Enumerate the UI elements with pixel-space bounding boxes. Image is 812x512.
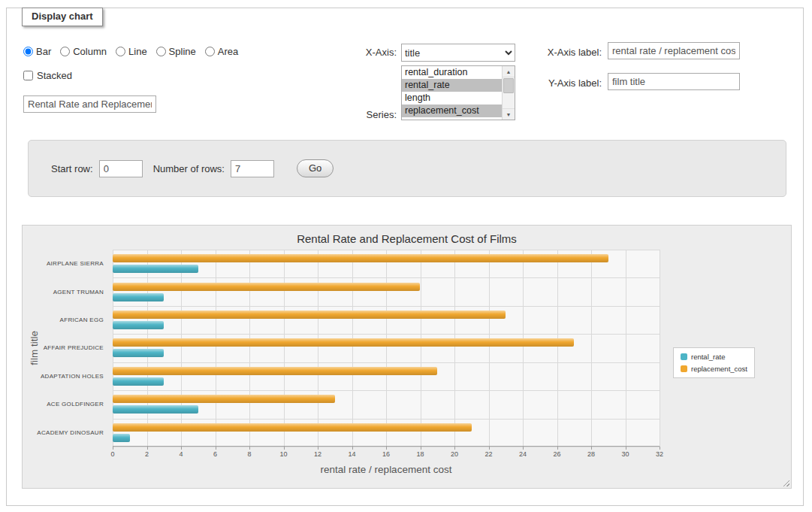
x-tick-label: 28 [587, 450, 595, 458]
x-tick-mark [591, 447, 592, 450]
x-tick-label: 12 [314, 450, 321, 458]
x-axis-ticks: 02468101214161820222426283032 [113, 447, 660, 459]
bar-group [113, 306, 660, 334]
chart-legend: rental_ratereplacement_cost [673, 347, 755, 378]
bar-replacement_cost [113, 338, 574, 347]
series-option-replacement_cost[interactable]: replacement_cost [402, 105, 502, 117]
panel-legend: Display chart [22, 8, 103, 26]
chart-type-radio-area[interactable] [205, 47, 215, 56]
go-button[interactable]: Go [297, 159, 334, 177]
vertical-gridline [660, 250, 660, 447]
number-of-rows-label: Number of rows: [153, 163, 225, 174]
scroll-down-icon[interactable]: ▼ [503, 108, 515, 120]
legend-label-replacement_cost: replacement_cost [691, 365, 747, 373]
stacked-checkbox[interactable] [23, 71, 33, 80]
series-field-label: Series: [341, 109, 397, 120]
x-tick-mark [557, 447, 558, 450]
x-tick-label: 16 [382, 450, 390, 458]
x-tick-mark [421, 447, 421, 450]
x-tick-mark [318, 447, 318, 450]
bar-replacement_cost [113, 283, 420, 291]
chart-container: Rental Rate and Replacement Cost of Film… [22, 225, 792, 489]
category-label: ACE GOLDFINGER [23, 390, 104, 418]
x-axis-title: rental rate / replacement cost [113, 464, 660, 475]
x-tick-mark [660, 447, 660, 450]
chart-type-radio-column[interactable] [60, 47, 70, 56]
legend-swatch-replacement_cost [681, 365, 687, 372]
x-tick-label: 22 [484, 450, 492, 458]
x-tick-mark [489, 447, 490, 450]
x-tick-mark [352, 447, 353, 450]
bar-rental_rate [113, 405, 198, 414]
series-option-rental_duration[interactable]: rental_duration [402, 66, 502, 79]
x-tick-mark [626, 447, 626, 450]
bar-group [113, 390, 660, 418]
chart-type-radio-spline[interactable] [156, 47, 166, 56]
bar-group [113, 419, 660, 447]
x-tick-mark [454, 447, 455, 450]
chart-type-radio-bar[interactable] [23, 47, 33, 56]
rows-panel: Start row: Number of rows: Go [28, 140, 786, 197]
x-tick-label: 6 [213, 450, 217, 458]
x-tick-label: 8 [247, 450, 251, 458]
chart-type-label-column: Column [73, 46, 107, 57]
series-listbox-scrollbar[interactable]: ▲ ▼ [502, 66, 515, 120]
chart-title: Rental Rate and Replacement Cost of Film… [23, 232, 791, 245]
number-of-rows-input[interactable] [231, 160, 274, 177]
legend-item-replacement_cost[interactable]: replacement_cost [681, 365, 747, 373]
y-axis-label-input[interactable] [608, 73, 740, 90]
bar-rental_rate [113, 377, 164, 386]
chart-type-label-spline: Spline [169, 46, 196, 57]
chart-type-column[interactable]: Column [60, 46, 107, 57]
series-options: rental_durationrental_ratelengthreplacem… [402, 66, 502, 120]
resize-handle[interactable] [781, 478, 789, 486]
y-axis-label-field-label: Y-Axis label: [524, 77, 602, 89]
chart-type-label-line: Line [128, 46, 147, 57]
category-label: AIRPLANE SIERRA [23, 250, 104, 277]
panel-legend-text: Display chart [32, 11, 93, 22]
x-tick-label: 14 [348, 450, 355, 458]
chart-type-label-bar: Bar [36, 46, 51, 57]
chart-type-radio-line[interactable] [116, 47, 125, 56]
bar-group [113, 334, 660, 362]
stacked-option[interactable]: Stacked [23, 70, 72, 81]
x-tick-label: 24 [519, 450, 527, 458]
x-axis-label-input[interactable] [608, 42, 740, 59]
x-axis-field-label: X-Axis: [341, 47, 397, 58]
chart-type-group: BarColumnLineSplineArea [23, 46, 238, 57]
bar-group [113, 362, 660, 390]
x-tick-mark [216, 447, 216, 450]
x-tick-mark [249, 447, 250, 450]
bar-replacement_cost [113, 423, 472, 432]
bar-rental_rate [113, 434, 130, 442]
x-tick-label: 0 [110, 450, 114, 458]
chart-title-input[interactable] [23, 95, 156, 113]
series-option-length[interactable]: length [402, 92, 502, 105]
plot-area [113, 250, 660, 447]
bar-rental_rate [113, 293, 164, 301]
chart-type-label-area: Area [218, 46, 238, 57]
legend-item-rental_rate[interactable]: rental_rate [681, 353, 747, 361]
x-axis-select[interactable]: title [401, 44, 515, 62]
category-labels: AIRPLANE SIERRAAGENT TRUMANAFRICAN EGGAF… [23, 250, 108, 447]
x-tick-label: 30 [621, 450, 629, 458]
chart-type-area[interactable]: Area [205, 46, 238, 57]
chart-type-bar[interactable]: Bar [23, 46, 51, 57]
x-tick-mark [113, 447, 113, 450]
x-tick-label: 2 [145, 450, 149, 458]
stacked-label: Stacked [37, 70, 72, 81]
scrollbar-thumb[interactable] [503, 78, 514, 93]
x-axis-label-field-label: X-Axis label: [524, 47, 602, 58]
chart-type-spline[interactable]: Spline [156, 46, 196, 57]
scroll-up-icon[interactable]: ▲ [503, 66, 515, 77]
start-row-input[interactable] [99, 160, 143, 177]
bar-rental_rate [113, 349, 164, 357]
legend-label-rental_rate: rental_rate [691, 353, 725, 361]
start-row-label: Start row: [51, 163, 93, 174]
x-tick-mark [523, 447, 524, 450]
series-listbox[interactable]: rental_durationrental_ratelengthreplacem… [401, 65, 515, 120]
chart-type-line[interactable]: Line [116, 46, 147, 57]
x-tick-mark [284, 447, 285, 450]
bar-rental_rate [113, 321, 164, 329]
series-option-rental_rate[interactable]: rental_rate [402, 79, 502, 92]
